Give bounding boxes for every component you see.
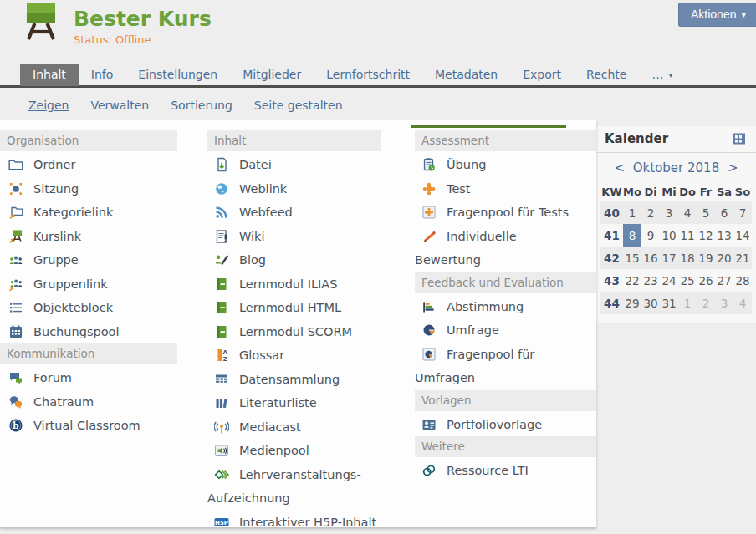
calendar-day[interactable]: 1	[678, 292, 697, 314]
calendar-day[interactable]: 23	[641, 269, 660, 292]
subtab-seite-gestalten[interactable]: Seite gestalten	[254, 99, 343, 112]
item-label: Lernmodul HTML	[239, 301, 341, 314]
item-weblink[interactable]: Weblink	[207, 177, 385, 201]
calendar-day[interactable]: 30	[641, 292, 660, 314]
calendar-day[interactable]: 5	[697, 201, 715, 224]
calendar-prev-button[interactable]: <	[610, 160, 629, 175]
calendar-day[interactable]: 10	[660, 224, 678, 247]
item-webfeed[interactable]: Webfeed	[207, 201, 385, 225]
item-label: Kategorielink	[33, 206, 113, 219]
calendar-day[interactable]: 14	[733, 224, 752, 247]
item-umfrage[interactable]: Umfrage	[415, 318, 579, 343]
calendar-day[interactable]: 26	[697, 269, 715, 292]
calendar-day[interactable]: 20	[715, 247, 733, 269]
item-datei[interactable]: Datei	[207, 153, 385, 177]
item-literaturliste[interactable]: Literaturliste	[207, 391, 385, 415]
tab-lernfortschritt[interactable]: Lernfortschritt	[314, 64, 422, 86]
actions-button[interactable]: Aktionen	[678, 3, 756, 27]
data-collection-icon	[214, 372, 229, 387]
calendar-day[interactable]: 4	[678, 201, 697, 224]
lecture-recording-icon	[214, 467, 229, 482]
item-fragenpool-fur-tests[interactable]: Fragenpool für Tests	[415, 201, 579, 225]
calendar-day[interactable]: 9	[641, 224, 660, 247]
individual-assessment-icon	[421, 229, 437, 244]
item-interaktiver-h5p-inhalt[interactable]: H5PInteraktiver H5P-Inhalt	[207, 511, 385, 528]
calendar-day[interactable]: 1	[623, 201, 641, 224]
item-lernmodul-html[interactable]: Lernmodul HTML	[207, 296, 385, 320]
tab-export[interactable]: Export	[510, 64, 574, 86]
calendar-day[interactable]: 13	[715, 224, 733, 247]
item-glossar[interactable]: AZGlossar	[207, 343, 385, 368]
calendar-grid-icon[interactable]	[733, 132, 746, 145]
item-wiki[interactable]: Wiki	[207, 225, 385, 249]
subtab-verwalten[interactable]: Verwalten	[90, 99, 149, 112]
tab-mitglieder[interactable]: Mitglieder	[230, 64, 314, 86]
item-gruppe[interactable]: Gruppe	[0, 248, 207, 272]
calendar-day[interactable]: 8	[623, 224, 641, 247]
calendar-day[interactable]: 27	[715, 269, 733, 292]
subtab-sortierung[interactable]: Sortierung	[171, 99, 232, 112]
item-fragenpool-fur-umfragen[interactable]: Fragenpool für Umfragen	[415, 343, 579, 390]
item-ressource-lti[interactable]: Ressource LTI	[415, 459, 579, 483]
tab-inhalt[interactable]: Inhalt	[20, 64, 79, 86]
tab-rechte[interactable]: Rechte	[574, 64, 639, 86]
item-buchungspool[interactable]: Buchungspool	[0, 320, 207, 344]
lti-icon	[421, 463, 437, 478]
item-ubung[interactable]: Übung	[415, 153, 579, 177]
item-medienpool[interactable]: Medienpool	[207, 439, 385, 463]
calendar-day[interactable]: 21	[733, 247, 752, 269]
item-lernmodul-scorm[interactable]: Lernmodul SCORM	[207, 320, 385, 344]
calendar-day[interactable]: 19	[697, 247, 715, 269]
calendar-day[interactable]: 28	[733, 269, 752, 292]
calendar-day[interactable]: 4	[733, 292, 752, 314]
calendar-day[interactable]: 29	[623, 292, 641, 314]
item-portfoliovorlage[interactable]: Portfoliovorlage	[415, 413, 579, 437]
calendar-day[interactable]: 7	[733, 201, 752, 224]
booking-pool-icon	[8, 324, 23, 339]
subtab-zeigen[interactable]: Zeigen	[28, 99, 69, 112]
item-test[interactable]: Test	[415, 177, 579, 201]
calendar-day[interactable]: 24	[660, 269, 678, 292]
item-gruppenlink[interactable]: Gruppenlink	[0, 272, 207, 297]
item-lehrveranstaltungs-aufzeichnung[interactable]: Lehrveranstaltungs-Aufzeichnung	[207, 463, 385, 511]
item-chatraum[interactable]: Chatraum	[0, 390, 207, 414]
calendar-day[interactable]: 6	[715, 201, 733, 224]
calendar-day[interactable]: 3	[715, 292, 733, 314]
calendar-week-number[interactable]: 43	[600, 269, 623, 292]
calendar-day[interactable]: 22	[623, 269, 641, 292]
item-mediacast[interactable]: Mediacast	[207, 415, 385, 440]
calendar-week-number[interactable]: 42	[600, 247, 623, 269]
calendar-day[interactable]: 2	[641, 201, 660, 224]
calendar-day[interactable]: 15	[623, 247, 641, 269]
item-forum[interactable]: Forum	[0, 366, 207, 390]
item-sitzung[interactable]: Sitzung	[0, 177, 207, 201]
calendar-week-number[interactable]: 40	[600, 201, 623, 224]
item-virtual-classroom[interactable]: bVirtual Classroom	[0, 414, 207, 438]
tab-info[interactable]: Info	[79, 64, 126, 86]
blog-icon	[214, 252, 229, 267]
calendar-day[interactable]: 11	[678, 224, 697, 247]
calendar-week-number[interactable]: 41	[600, 224, 623, 247]
item-objekteblock[interactable]: Objekteblock	[0, 296, 207, 320]
calendar-day[interactable]: 3	[660, 201, 678, 224]
calendar-day[interactable]: 17	[660, 247, 678, 269]
item-lernmodul-ilias[interactable]: Lernmodul ILIAS	[207, 272, 385, 297]
item-abstimmung[interactable]: Abstimmung	[415, 295, 579, 319]
item-individuelle-bewertung[interactable]: Individuelle Bewertung	[415, 225, 579, 272]
calendar-day[interactable]: 12	[697, 224, 715, 247]
calendar-day[interactable]: 18	[678, 247, 697, 269]
tab-more[interactable]: …	[639, 64, 685, 86]
calendar-day[interactable]: 25	[678, 269, 697, 292]
calendar-day[interactable]: 16	[641, 247, 660, 269]
item-kurslink[interactable]: Kurslink	[0, 225, 207, 249]
calendar-next-button[interactable]: >	[723, 160, 743, 175]
item-blog[interactable]: Blog	[207, 248, 385, 272]
calendar-day[interactable]: 31	[660, 292, 678, 314]
item-kategorielink[interactable]: Kategorielink	[0, 201, 207, 225]
tab-einstellungen[interactable]: Einstellungen	[125, 64, 230, 86]
item-ordner[interactable]: Ordner	[0, 153, 207, 177]
item-datensammlung[interactable]: Datensammlung	[207, 368, 385, 392]
tab-metadaten[interactable]: Metadaten	[422, 64, 510, 86]
calendar-day[interactable]: 2	[697, 292, 715, 314]
calendar-week-number[interactable]: 44	[600, 292, 623, 314]
